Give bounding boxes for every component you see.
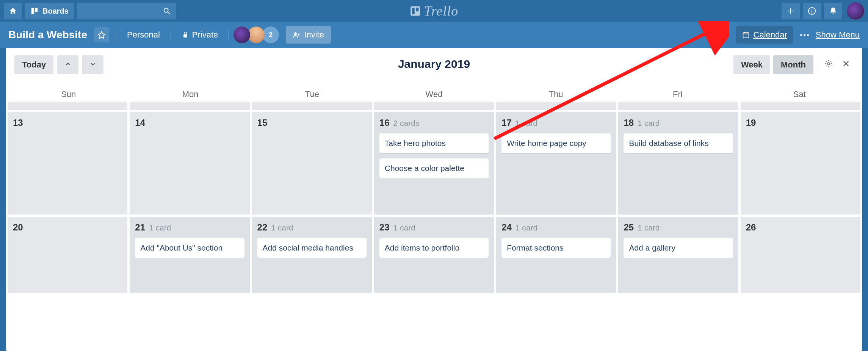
calendar-day-cell[interactable]: 13 — [8, 112, 127, 215]
board-title[interactable]: Build a Website — [8, 29, 87, 41]
chevron-down-icon — [89, 61, 96, 67]
calendar-day-cell[interactable]: 251 cardAdd a gallery — [618, 217, 738, 293]
member-avatar[interactable] — [248, 27, 265, 43]
member-count-badge[interactable]: 2 — [262, 27, 279, 43]
bell-icon — [829, 7, 837, 15]
trello-icon — [410, 5, 421, 17]
calendar-card[interactable]: Add "About Us" section — [135, 238, 244, 258]
search-icon — [163, 7, 171, 15]
calendar-close-button[interactable] — [838, 60, 854, 70]
plus-icon — [787, 7, 795, 15]
calendar-day-cell[interactable]: 241 cardFormat sections — [496, 217, 616, 293]
calendar-day-cell[interactable]: 20 — [8, 217, 127, 293]
card-count: 1 card — [393, 223, 415, 232]
calendar-settings-button[interactable] — [821, 60, 836, 70]
boards-label: Boards — [42, 7, 69, 16]
calendar-card[interactable]: Write home page copy — [501, 133, 611, 153]
calendar-day-cell[interactable]: 171 cardWrite home page copy — [496, 112, 616, 215]
search-input[interactable] — [77, 3, 176, 19]
calendar-label: Calendar — [754, 30, 787, 40]
calendar-icon — [742, 31, 750, 39]
notifications-button[interactable] — [824, 3, 842, 19]
weekday-label: Tue — [251, 89, 373, 99]
invite-button[interactable]: Invite — [286, 26, 331, 44]
calendar-card[interactable]: Add social media handles — [257, 238, 367, 258]
gear-icon — [824, 60, 833, 68]
calendar-day-cell[interactable]: 221 cardAdd social media handles — [252, 217, 372, 293]
calendar-panel: Today January 2019 Week Month SunMonTueW… — [6, 48, 862, 351]
day-number: 25 — [624, 222, 634, 233]
svg-point-16 — [827, 63, 830, 65]
day-number: 13 — [13, 118, 23, 128]
close-icon — [842, 60, 850, 68]
visibility-label: Private — [192, 30, 218, 40]
boards-button[interactable]: Boards — [25, 3, 74, 19]
svg-line-3 — [168, 12, 170, 14]
day-number: 15 — [257, 118, 268, 128]
svg-rect-5 — [412, 8, 415, 14]
card-count: 1 card — [149, 223, 171, 232]
svg-rect-10 — [183, 34, 187, 37]
top-nav: Boards Trello — [0, 0, 868, 22]
day-number: 26 — [746, 222, 756, 233]
week-view-button[interactable]: Week — [733, 55, 770, 74]
team-button[interactable]: Personal — [123, 28, 164, 42]
visibility-button[interactable]: Private — [178, 28, 222, 42]
calendar-card[interactable]: Format sections — [501, 238, 611, 258]
calendar-card[interactable]: Build database of links — [624, 133, 733, 153]
next-button[interactable] — [82, 55, 103, 74]
board-members: 2 — [236, 27, 279, 43]
trello-logo[interactable]: Trello — [410, 3, 459, 19]
weekday-label: Sat — [739, 89, 860, 99]
svg-rect-9 — [812, 9, 812, 10]
user-avatar[interactable] — [847, 2, 864, 20]
star-icon — [97, 31, 106, 39]
current-month-label: January 2019 — [398, 58, 470, 71]
calendar-day-cell[interactable]: 211 cardAdd "About Us" section — [130, 217, 249, 293]
day-number: 18 — [624, 118, 634, 128]
show-menu-button[interactable]: Show Menu — [816, 30, 860, 40]
calendar-day-cell[interactable]: 15 — [252, 112, 372, 215]
home-button[interactable] — [4, 3, 22, 19]
create-button[interactable] — [782, 3, 800, 19]
member-avatar[interactable] — [233, 27, 250, 43]
calendar-card[interactable]: Take hero photos — [379, 133, 489, 153]
day-number: 24 — [501, 222, 512, 233]
weekday-header-row: SunMonTueWedThuFriSat — [6, 79, 862, 102]
home-icon — [9, 7, 17, 15]
card-count: 1 card — [515, 119, 537, 128]
card-count: 2 cards — [393, 119, 420, 128]
weekday-label: Thu — [495, 89, 617, 99]
month-view-button[interactable]: Month — [773, 55, 813, 74]
day-number: 17 — [501, 118, 512, 128]
svg-rect-12 — [743, 33, 749, 38]
calendar-card[interactable]: Add a gallery — [624, 238, 733, 258]
calendar-toolbar: Today January 2019 Week Month — [6, 48, 862, 79]
board-bar: Build a Website Personal Private 2 Invit… — [0, 22, 868, 48]
svg-rect-0 — [31, 8, 34, 14]
calendar-card[interactable]: Choose a color palette — [379, 158, 489, 178]
calendar-week: 131415162 cardsTake hero photosChoose a … — [8, 112, 860, 215]
card-count: 1 card — [638, 223, 660, 232]
weekday-label: Sun — [8, 89, 129, 99]
calendar-day-cell[interactable]: 181 cardBuild database of links — [618, 112, 738, 215]
calendar-day-cell[interactable]: 14 — [130, 112, 249, 215]
calendar-grid: 131415162 cardsTake hero photosChoose a … — [6, 102, 862, 293]
svg-rect-6 — [416, 8, 419, 11]
svg-point-11 — [294, 32, 297, 35]
calendar-day-cell[interactable]: 26 — [741, 217, 860, 293]
divider — [116, 30, 116, 40]
info-button[interactable] — [803, 3, 821, 19]
calendar-card[interactable]: Add items to portfolio — [379, 238, 489, 258]
prev-button[interactable] — [57, 55, 78, 74]
star-button[interactable] — [94, 27, 109, 42]
svg-point-2 — [164, 8, 168, 13]
today-button[interactable]: Today — [14, 55, 53, 74]
calendar-day-cell[interactable]: 162 cardsTake hero photosChoose a color … — [374, 112, 494, 215]
calendar-day-cell[interactable]: 19 — [741, 112, 860, 215]
calendar-day-cell[interactable]: 231 cardAdd items to portfolio — [374, 217, 494, 293]
svg-rect-1 — [35, 8, 38, 12]
more-icon — [800, 34, 809, 36]
calendar-button[interactable]: Calendar — [736, 26, 793, 44]
invite-label: Invite — [304, 30, 324, 40]
